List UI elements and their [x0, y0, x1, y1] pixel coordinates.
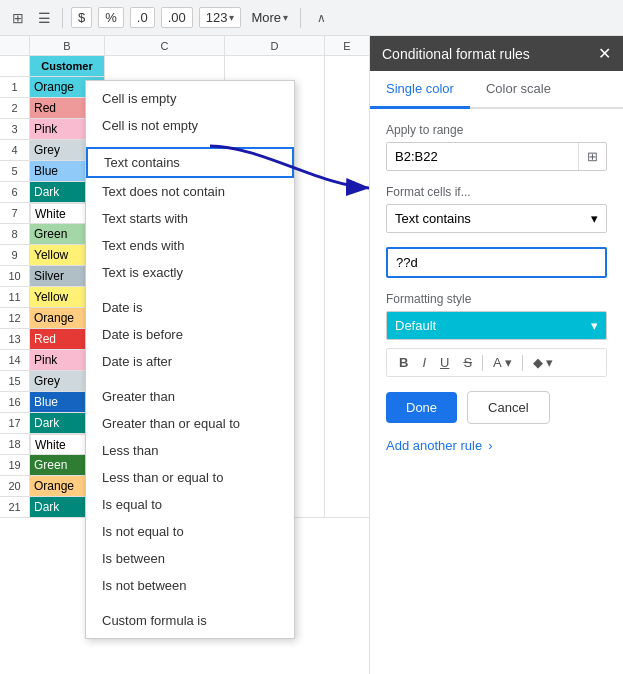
panel-title: Conditional format rules [382, 46, 530, 62]
main-area: B C D E 1 2 3 4 5 6 7 8 9 10 11 12 13 [0, 36, 623, 674]
row-num-12: 12 [0, 308, 29, 329]
add-rule-arrow: › [488, 438, 492, 453]
row-num-5: 5 [0, 161, 29, 182]
condition-value: Text contains [395, 211, 471, 226]
panel-header: Conditional format rules ✕ [370, 36, 623, 71]
col-header-b: B [30, 36, 105, 55]
menu-icon[interactable]: ☰ [34, 8, 54, 28]
row-num-6: 6 [0, 182, 29, 203]
separator-2 [300, 8, 301, 28]
range-grid-icon[interactable]: ⊞ [578, 143, 606, 170]
spreadsheet: B C D E 1 2 3 4 5 6 7 8 9 10 11 12 13 [0, 36, 370, 674]
col-header-e: E [325, 36, 370, 55]
dropdown-item-less[interactable]: Less than [86, 437, 294, 464]
percent-button[interactable]: % [98, 7, 124, 28]
fill-color-button[interactable]: ◆ ▾ [529, 353, 558, 372]
separator-1 [62, 8, 63, 28]
row-num-17: 17 [0, 413, 29, 434]
dropdown-sep-2 [86, 286, 294, 294]
condition-dropdown-menu: Cell is empty Cell is not empty Text con… [85, 80, 295, 639]
row-numbers: 1 2 3 4 5 6 7 8 9 10 11 12 13 14 15 16 1… [0, 56, 30, 518]
dropdown-item-not-between[interactable]: Is not between [86, 572, 294, 599]
cancel-button[interactable]: Cancel [467, 391, 549, 424]
dropdown-item-not-equal[interactable]: Is not equal to [86, 518, 294, 545]
condition-dropdown-arrow: ▾ [591, 211, 598, 226]
dropdown-item-text-contains[interactable]: Text contains [86, 147, 294, 178]
fmt-sep-2 [522, 355, 523, 371]
style-dropdown[interactable]: Default ▾ [386, 311, 607, 340]
italic-button[interactable]: I [418, 353, 430, 372]
dropdown-item-date-is[interactable]: Date is [86, 294, 294, 321]
cell-b-header[interactable]: Customer [30, 56, 105, 77]
row-num-10: 10 [0, 266, 29, 287]
col-header-d: D [225, 36, 325, 55]
done-button[interactable]: Done [386, 392, 457, 423]
apply-range-label: Apply to range [386, 123, 607, 137]
column-headers: B C D E [0, 36, 369, 56]
close-icon[interactable]: ✕ [598, 44, 611, 63]
row-num-18: 18 [0, 434, 29, 455]
dropdown-item-date-after[interactable]: Date is after [86, 348, 294, 375]
dropdown-item-text-ends[interactable]: Text ends with [86, 232, 294, 259]
row-num-header [0, 36, 30, 55]
formatting-style-label: Formatting style [386, 292, 607, 306]
format-cells-if-label: Format cells if... [386, 185, 607, 199]
dropdown-sep-3 [86, 375, 294, 383]
more-chevron: ▾ [283, 12, 288, 23]
dropdown-item-equal[interactable]: Is equal to [86, 491, 294, 518]
fmt-sep [482, 355, 483, 371]
row-num-2: 2 [0, 98, 29, 119]
dropdown-item-greater-equal[interactable]: Greater than or equal to [86, 410, 294, 437]
row-num-8: 8 [0, 224, 29, 245]
range-input-row: ⊞ [386, 142, 607, 171]
right-panel: Conditional format rules ✕ Single color … [370, 36, 623, 674]
format-button[interactable]: 123 ▾ [199, 7, 242, 28]
row-num-20: 20 [0, 476, 29, 497]
row-num-16: 16 [0, 392, 29, 413]
toolbar: ⊞ ☰ $ % .0 .00 123 ▾ More ▾ ∧ [0, 0, 623, 36]
row-num-7: 7 [0, 203, 29, 224]
dropdown-item-date-before[interactable]: Date is before [86, 321, 294, 348]
dropdown-item-formula[interactable]: Custom formula is [86, 607, 294, 634]
format-chevron: ▾ [229, 12, 234, 23]
add-rule-row[interactable]: Add another rule › [386, 438, 607, 453]
action-buttons: Done Cancel [386, 391, 607, 424]
dropdown-item-greater[interactable]: Greater than [86, 383, 294, 410]
dropdown-item-text-starts[interactable]: Text starts with [86, 205, 294, 232]
add-rule-label: Add another rule [386, 438, 482, 453]
decimal-dec-button[interactable]: .0 [130, 7, 155, 28]
range-input[interactable] [387, 143, 578, 170]
col-header-c: C [105, 36, 225, 55]
grid-icon[interactable]: ⊞ [8, 8, 28, 28]
col-e-cells [325, 56, 370, 518]
row-num-9: 9 [0, 245, 29, 266]
dropdown-item-cell-empty[interactable]: Cell is empty [86, 85, 294, 112]
more-button[interactable]: More ▾ [247, 8, 292, 27]
style-value: Default [395, 318, 436, 333]
style-dropdown-arrow: ▾ [591, 318, 598, 333]
panel-body: Apply to range ⊞ Format cells if... Text… [370, 109, 623, 674]
font-color-button[interactable]: A ▾ [489, 353, 516, 372]
dropdown-item-less-equal[interactable]: Less than or equal to [86, 464, 294, 491]
row-num-13: 13 [0, 329, 29, 350]
dropdown-item-cell-not-empty[interactable]: Cell is not empty [86, 112, 294, 139]
tab-single-color[interactable]: Single color [370, 71, 470, 109]
currency-button[interactable]: $ [71, 7, 92, 28]
formatting-style-section: Formatting style Default ▾ B I U S A ▾ ◆… [386, 292, 607, 377]
tab-color-scale[interactable]: Color scale [470, 71, 567, 109]
dropdown-item-text-not-contain[interactable]: Text does not contain [86, 178, 294, 205]
strikethrough-button[interactable]: S [459, 353, 476, 372]
decimal-inc-button[interactable]: .00 [161, 7, 193, 28]
underline-button[interactable]: U [436, 353, 453, 372]
condition-value-input[interactable] [386, 247, 607, 278]
dropdown-item-text-exactly[interactable]: Text is exactly [86, 259, 294, 286]
bold-button[interactable]: B [395, 353, 412, 372]
dropdown-item-between[interactable]: Is between [86, 545, 294, 572]
chevron-up-icon[interactable]: ∧ [309, 6, 333, 30]
value-input-section [386, 247, 607, 278]
condition-dropdown[interactable]: Text contains ▾ [386, 204, 607, 233]
format-condition-section: Format cells if... Text contains ▾ [386, 185, 607, 233]
col-e [325, 56, 370, 518]
format-toolbar: B I U S A ▾ ◆ ▾ [386, 348, 607, 377]
row-num-21: 21 [0, 497, 29, 518]
